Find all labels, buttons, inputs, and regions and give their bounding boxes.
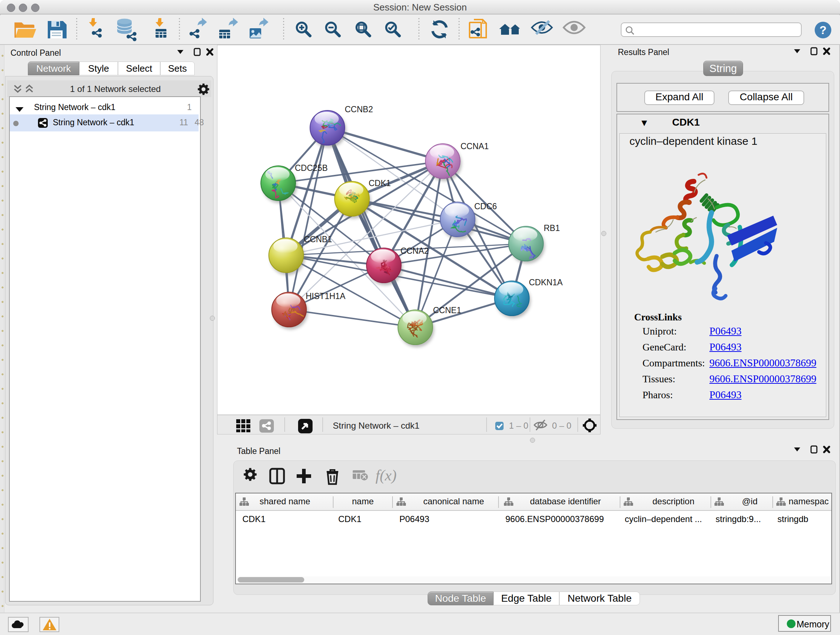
svg-text:CDKN1A: CDKN1A (529, 278, 563, 287)
svg-text:CCNB1: CCNB1 (304, 234, 332, 244)
svg-text:CCNB2: CCNB2 (345, 105, 373, 114)
svg-text:HIST1H1A: HIST1H1A (306, 291, 346, 301)
svg-text:RB1: RB1 (544, 223, 560, 233)
svg-text:CDC25B: CDC25B (295, 163, 328, 173)
svg-text:CCNE1: CCNE1 (433, 306, 461, 315)
svg-text:f(x): f(x) (376, 467, 396, 484)
svg-text:CCNA2: CCNA2 (401, 246, 429, 256)
svg-text:String Network – cdk1: String Network – cdk1 (333, 421, 420, 431)
svg-text:?: ? (819, 24, 827, 36)
svg-text:CDC6: CDC6 (474, 202, 497, 211)
svg-text:CCNA1: CCNA1 (461, 141, 489, 151)
svg-text:CDK1: CDK1 (369, 179, 391, 188)
svg-text:0 – 0: 0 – 0 (552, 421, 571, 431)
svg-text:1 – 0: 1 – 0 (509, 421, 528, 431)
